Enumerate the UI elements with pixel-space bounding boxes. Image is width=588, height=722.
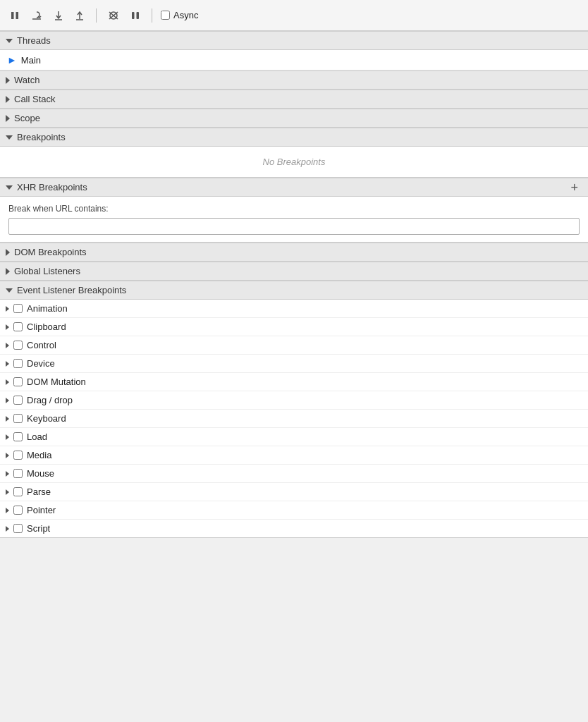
event-item-checkbox[interactable]: [13, 341, 23, 350]
call-stack-section-header[interactable]: Call Stack: [0, 90, 588, 109]
event-item-label: Keyboard: [27, 413, 66, 424]
event-item-checkbox[interactable]: [13, 396, 23, 405]
event-item-checkbox[interactable]: [13, 322, 23, 331]
event-item-checkbox[interactable]: [13, 451, 23, 460]
step-into-button[interactable]: [51, 8, 66, 23]
event-item-label: Script: [27, 523, 50, 534]
svg-rect-1: [16, 12, 19, 19]
toolbar-divider-2: [152, 8, 152, 23]
scope-section-header[interactable]: Scope: [0, 109, 588, 128]
deactivate-breakpoints-button[interactable]: [105, 8, 122, 23]
event-listener-item[interactable]: Device: [0, 355, 588, 373]
event-listener-triangle: [6, 288, 13, 293]
async-label: Async: [173, 10, 198, 20]
event-listener-item[interactable]: Drag / drop: [0, 391, 588, 410]
dom-breakpoints-triangle: [6, 249, 10, 256]
main-thread-arrow: ►: [7, 54, 17, 66]
event-listener-item[interactable]: Clipboard: [0, 318, 588, 336]
event-item-checkbox[interactable]: [13, 506, 23, 515]
async-checkbox[interactable]: [161, 11, 170, 20]
global-listeners-section-header[interactable]: Global Listeners: [0, 262, 588, 281]
event-item-label: Control: [27, 340, 56, 350]
xhr-breakpoints-section-header[interactable]: XHR Breakpoints +: [0, 178, 588, 197]
xhr-add-button[interactable]: +: [568, 181, 581, 194]
xhr-breakpoints-content: Break when URL contains:: [0, 197, 588, 243]
event-listener-items-container: AnimationClipboardControlDeviceDOM Mutat…: [0, 300, 588, 538]
event-item-triangle: [6, 306, 9, 312]
event-item-label: Load: [27, 432, 47, 442]
xhr-form: Break when URL contains:: [0, 197, 588, 242]
breakpoints-title: Breakpoints: [17, 132, 66, 142]
event-listener-item[interactable]: Animation: [0, 300, 588, 318]
toolbar-divider-1: [96, 8, 97, 23]
event-listener-item[interactable]: Pointer: [0, 501, 588, 520]
event-listener-breakpoints-section-header[interactable]: Event Listener Breakpoints: [0, 281, 588, 300]
event-item-triangle: [6, 489, 9, 495]
event-item-triangle: [6, 361, 9, 367]
scope-triangle: [6, 115, 10, 122]
watch-triangle: [6, 77, 10, 84]
step-out-button[interactable]: [72, 8, 87, 23]
event-listener-item[interactable]: DOM Mutation: [0, 373, 588, 391]
global-listeners-title: Global Listeners: [14, 266, 80, 276]
event-item-label: Parse: [27, 487, 51, 497]
threads-section-header[interactable]: Threads: [0, 31, 588, 50]
event-listener-item[interactable]: Load: [0, 428, 588, 446]
event-item-triangle: [6, 343, 9, 348]
event-listener-item[interactable]: Control: [0, 336, 588, 355]
watch-title: Watch: [14, 75, 39, 85]
event-item-checkbox[interactable]: [13, 304, 23, 313]
async-checkbox-label[interactable]: Async: [161, 10, 198, 20]
breakpoints-section-header[interactable]: Breakpoints: [0, 128, 588, 147]
xhr-triangle: [6, 185, 13, 190]
breakpoints-triangle: [6, 135, 13, 140]
dom-breakpoints-title: DOM Breakpoints: [14, 247, 87, 257]
event-item-triangle: [6, 324, 9, 330]
no-breakpoints-message: No Breakpoints: [0, 147, 588, 177]
xhr-breakpoints-title: XHR Breakpoints: [17, 182, 87, 192]
svg-rect-0: [11, 12, 14, 19]
call-stack-triangle: [6, 96, 10, 103]
svg-rect-11: [137, 12, 140, 19]
watch-section-header[interactable]: Watch: [0, 71, 588, 90]
main-thread-label: Main: [21, 55, 41, 66]
pause-on-exceptions-button[interactable]: [128, 8, 143, 23]
event-listener-breakpoints-title: Event Listener Breakpoints: [17, 285, 126, 295]
dom-breakpoints-section-header[interactable]: DOM Breakpoints: [0, 243, 588, 262]
event-item-triangle: [6, 416, 9, 422]
breakpoints-content: No Breakpoints: [0, 147, 588, 178]
event-item-checkbox[interactable]: [13, 414, 23, 423]
event-item-triangle: [6, 434, 9, 440]
xhr-label: Break when URL contains:: [8, 204, 580, 214]
event-item-triangle: [6, 379, 9, 385]
event-item-checkbox[interactable]: [13, 524, 23, 533]
call-stack-title: Call Stack: [14, 94, 56, 104]
event-item-triangle: [6, 508, 9, 513]
event-item-label: Device: [27, 358, 55, 369]
event-item-checkbox[interactable]: [13, 469, 23, 478]
event-item-checkbox[interactable]: [13, 377, 23, 386]
event-item-checkbox[interactable]: [13, 432, 23, 441]
step-over-button[interactable]: [28, 7, 45, 24]
toolbar: Async: [0, 0, 588, 31]
event-listener-item[interactable]: Script: [0, 520, 588, 537]
event-listener-item[interactable]: Keyboard: [0, 410, 588, 428]
event-listener-item[interactable]: Media: [0, 446, 588, 465]
pause-button[interactable]: [7, 8, 23, 23]
event-listener-item[interactable]: Parse: [0, 483, 588, 501]
threads-triangle: [6, 39, 13, 43]
event-item-checkbox[interactable]: [13, 359, 23, 368]
event-item-label: Animation: [27, 303, 68, 314]
event-item-label: Pointer: [27, 505, 56, 515]
event-item-label: DOM Mutation: [27, 377, 86, 387]
event-item-label: Mouse: [27, 468, 54, 479]
event-item-checkbox[interactable]: [13, 487, 23, 496]
main-thread-item[interactable]: ► Main: [0, 50, 588, 71]
event-item-triangle: [6, 398, 9, 403]
event-listener-item[interactable]: Mouse: [0, 465, 588, 483]
event-item-label: Media: [27, 450, 51, 460]
svg-rect-10: [132, 12, 135, 19]
event-item-triangle: [6, 471, 9, 477]
xhr-url-input[interactable]: [8, 218, 580, 235]
event-item-label: Drag / drop: [27, 395, 73, 405]
